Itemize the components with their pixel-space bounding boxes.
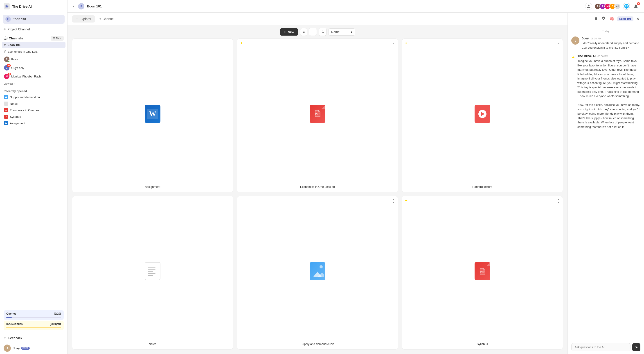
file-more-button[interactable]: ⋮ [556, 41, 560, 46]
content-area: ⊞ Explorer # Channel ⊞ New ≡ [68, 13, 644, 354]
file-card-economics[interactable]: ✦ ⋮ PDF [237, 39, 398, 192]
queries-fill [6, 317, 12, 318]
recent-item-assignment[interactable]: W Assignment [2, 120, 66, 126]
settings-button[interactable] [601, 15, 607, 22]
app-logo [4, 3, 10, 10]
chat-tag[interactable]: Econ 101 [617, 17, 634, 22]
delete-button[interactable] [593, 15, 599, 22]
tab-explorer[interactable]: ⊞ Explorer [72, 15, 95, 23]
channel-name: Econ 101 [8, 43, 20, 47]
file-card-harvard[interactable]: ✦ ⋮ Harvard lecture [402, 39, 563, 192]
app-title: The Drive AI [12, 5, 32, 8]
file-card-assignment[interactable]: ⋮ W Assignment [72, 39, 233, 192]
list-view-button[interactable]: ≡ [300, 28, 307, 36]
channels-section-title: 💬 Channels [4, 37, 23, 40]
channel-hash-icon: # [100, 17, 101, 21]
file-name-notes: Notes [149, 342, 156, 346]
dm-item-guys[interactable]: G 42 Guys only [2, 64, 66, 72]
user-icon-button[interactable] [585, 3, 592, 10]
explorer-icon: ⊞ [76, 17, 78, 21]
new-channel-button[interactable]: ⊞ New [51, 36, 64, 41]
notification-button[interactable]: 8 [632, 3, 640, 10]
send-button[interactable]: ➤ [632, 343, 640, 351]
file-more-button[interactable]: ⋮ [227, 198, 231, 203]
chat-input[interactable] [571, 343, 630, 351]
globe-button[interactable]: 🌐 [623, 3, 630, 10]
tab-channel[interactable]: # Channel [96, 15, 118, 23]
image-icon [310, 262, 326, 280]
view-all-button[interactable]: View all › [0, 81, 67, 87]
recent-item-notes[interactable]: Notes [2, 100, 66, 107]
recent-icon-assignment: W [4, 121, 8, 125]
topbar-title: Econ 101 [87, 4, 102, 8]
close-chat-button[interactable]: ✕ [635, 16, 640, 22]
app-header: The Drive AI [0, 0, 67, 13]
dm-item-ross[interactable]: R Ross [2, 55, 66, 63]
channels-icon: 💬 [4, 37, 8, 40]
notes-line-5 [148, 275, 153, 276]
recent-icon-syllabus: A [4, 115, 8, 119]
indexed-label: Indexed files [6, 322, 23, 326]
sort-icon: ⇅ [321, 30, 324, 34]
chevron-right-icon: › [14, 82, 15, 85]
feedback-button[interactable]: ⚠ Feedback [0, 334, 67, 342]
file-more-button[interactable]: ⋮ [227, 41, 231, 46]
dm-name-guys: Guys only [11, 66, 24, 70]
play-triangle-icon [481, 112, 484, 116]
joey-avatar: J [571, 37, 580, 45]
dropdown-arrow-icon: ▾ [351, 30, 352, 34]
brain-button[interactable]: 🧠 [608, 16, 615, 22]
sun-icon [320, 265, 323, 268]
dm-name-ross: Ross [11, 58, 18, 61]
project-channel-item[interactable]: # Project Channel [0, 26, 67, 33]
ai-sparkle-icon: ✦ [404, 41, 408, 45]
ai-avatar-area: ✦ [571, 54, 575, 129]
active-channel-item[interactable]: E Econ 101 [3, 15, 64, 24]
word-icon: W [145, 105, 160, 123]
dm-item-monica[interactable]: M 3 Monica, Phoebe, Rach... [2, 72, 66, 80]
indexed-header: Indexed files (0/10)MB [6, 322, 61, 326]
project-channel-label: Project Channel [8, 28, 30, 31]
topbar: ‹ E Econ 101 R P M J +1 🌐 8 [68, 0, 644, 13]
play-button-icon [478, 110, 486, 118]
close-icon: ✕ [636, 17, 640, 21]
file-more-button[interactable]: ⋮ [392, 198, 396, 203]
mountain-svg [311, 269, 324, 278]
user-avatar: J [4, 344, 11, 352]
file-icon-area [310, 200, 326, 341]
file-card-notes[interactable]: ⋮ Notes [72, 196, 233, 350]
back-button[interactable]: ‹ [72, 3, 76, 10]
ai-sparkle-icon: ✦ [240, 41, 243, 45]
joey-message-content: Joey 08:30 PM I don't really understand … [582, 37, 640, 50]
channel-item-econ101[interactable]: # Econ 101 [2, 42, 66, 48]
name-dropdown[interactable]: Name ▾ [328, 28, 355, 36]
grid-icon: ⊞ [312, 30, 314, 34]
user-name: Joey [13, 346, 20, 350]
new-file-button[interactable]: ⊞ New [280, 28, 298, 36]
grid-view-button[interactable]: ⊞ [309, 28, 317, 36]
file-name-economics: Economics in One Less on [300, 185, 335, 188]
dm-avatar-guys: G 42 [4, 65, 10, 71]
channel-item-economics[interactable]: # Economics in One Les... [2, 49, 66, 55]
recent-item-economics[interactable]: A Economics in One Les... [2, 107, 66, 113]
message-text-ai: Imagine you have a bunch of toys. Some t… [578, 59, 640, 129]
channels-section-header: 💬 Channels ⊞ New [0, 33, 67, 42]
indexed-value: (0/10)MB [50, 322, 61, 326]
file-name-syllabus: Syllabus [477, 342, 488, 346]
sort-button[interactable]: ⇅ [318, 28, 326, 36]
recent-item-supply[interactable]: 🏔 Supply and demand cu... [2, 94, 66, 100]
file-more-button[interactable]: ⋮ [392, 41, 396, 46]
svg-text:PDF: PDF [480, 271, 485, 273]
new-grid-icon: ⊞ [284, 30, 286, 34]
hash-icon: # [4, 43, 6, 47]
notif-badge: 8 [637, 2, 640, 5]
recent-icon-image: 🏔 [4, 95, 8, 99]
file-more-button[interactable]: ⋮ [556, 198, 560, 203]
project-channel-hash: # [4, 27, 6, 31]
recent-item-syllabus[interactable]: A Syllabus [2, 114, 66, 120]
file-card-supply[interactable]: ⋮ Supply and demand curve [237, 196, 398, 350]
queries-box: Queries (2/20) [4, 310, 64, 320]
nav-tabs: ⊞ Explorer # Channel [72, 15, 118, 23]
date-divider: Today [571, 30, 640, 33]
file-card-syllabus[interactable]: ✦ ⋮ PDF Syllabus [402, 196, 563, 350]
